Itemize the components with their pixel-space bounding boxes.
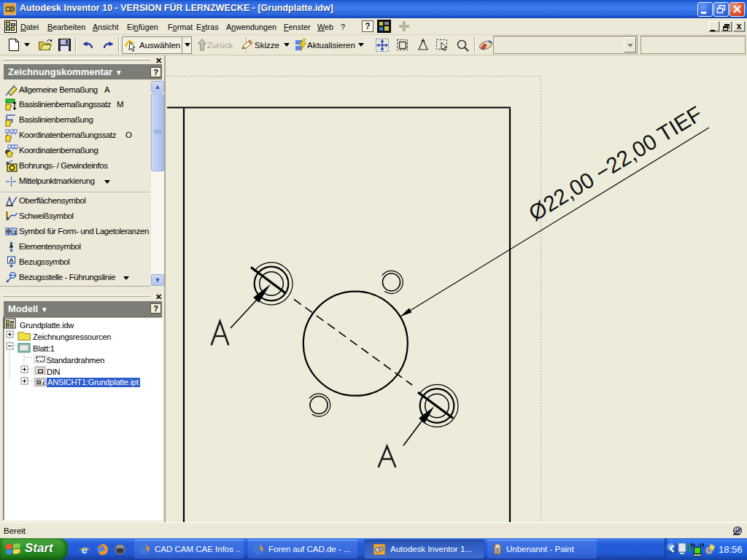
svg-text:A: A	[9, 243, 14, 249]
svg-text:I: I	[43, 381, 44, 386]
svg-text:Ø22,00 −22,00 TIEF: Ø22,00 −22,00 TIEF	[525, 101, 706, 225]
svg-text:?: ?	[365, 21, 370, 31]
svg-text:A: A	[9, 257, 13, 264]
svg-text:.1: .1	[12, 229, 17, 236]
svg-text:e: e	[82, 543, 88, 556]
